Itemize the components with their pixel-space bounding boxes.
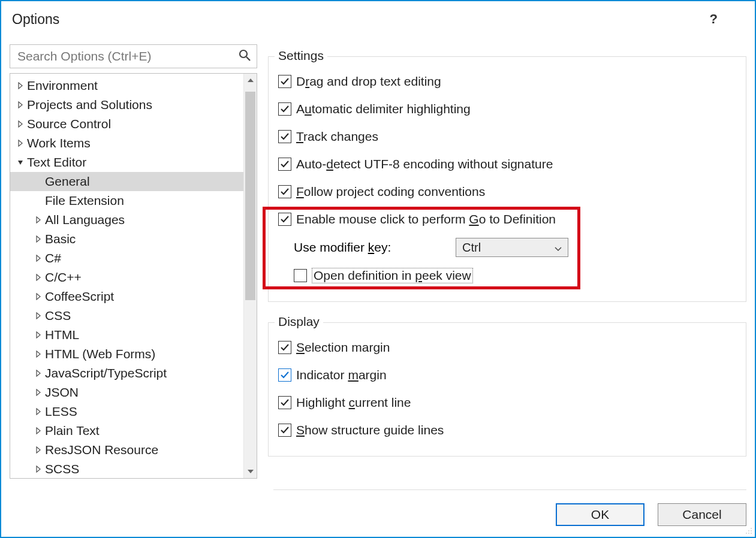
tree-item[interactable]: C# [10,249,243,268]
peek-row[interactable]: Open definition in peek view [278,262,736,289]
expander-closed-icon[interactable] [16,81,25,90]
expander-closed-icon[interactable] [34,465,43,473]
mouse-gtd-checkbox[interactable] [278,213,291,226]
highlight-line-label: Highlight current line [296,395,411,410]
expander-closed-icon[interactable] [16,139,25,147]
expander-closed-icon[interactable] [34,254,43,262]
mouse-gtd-row[interactable]: Enable mouse click to perform Go to Defi… [278,205,736,233]
tree-item-label: Work Items [27,136,91,150]
peek-checkbox[interactable] [294,269,307,282]
modifier-key-value: Ctrl [462,241,481,255]
search-input[interactable] [16,49,239,64]
tree-item-label: HTML [45,328,79,342]
tree-item[interactable]: Text Editor [10,153,243,172]
expander-closed-icon[interactable] [16,120,25,128]
structure-guides-row[interactable]: Show structure guide lines [278,416,736,444]
expander-closed-icon[interactable] [34,369,43,377]
titlebar: Options ? [1,1,755,37]
tree-item[interactable]: Basic [10,229,243,249]
tree-item[interactable]: SCSS [10,460,243,478]
settings-group: Settings Drag and drop text editing Auto… [268,56,746,302]
follow-conv-row[interactable]: Follow project coding conventions [278,178,736,205]
structure-guides-checkbox[interactable] [278,424,291,437]
search-box[interactable] [10,44,257,68]
tree-item[interactable]: Source Control [10,114,243,134]
expander-closed-icon[interactable] [34,331,43,339]
tree-item[interactable]: CoffeeScript [10,287,243,306]
auto-delim-checkbox[interactable] [278,102,291,116]
selection-margin-row[interactable]: Selection margin [278,334,736,361]
expander-closed-icon[interactable] [34,235,43,243]
highlight-line-checkbox[interactable] [278,396,291,409]
indicator-margin-row[interactable]: Indicator margin [278,361,736,389]
tree-item-label: Basic [45,232,76,246]
ok-button[interactable]: OK [556,503,644,526]
expander-closed-icon[interactable] [34,292,43,301]
drag-drop-checkbox[interactable] [278,75,291,88]
tree-item[interactable]: JSON [10,383,243,402]
tree-item[interactable]: JavaScript/TypeScript [10,364,243,383]
track-changes-checkbox[interactable] [278,130,291,143]
tree-item-label: Projects and Solutions [27,98,152,112]
options-tree: EnvironmentProjects and SolutionsSource … [10,73,257,479]
expander-closed-icon[interactable] [34,407,43,416]
tree-item[interactable]: LESS [10,402,243,421]
scroll-thumb[interactable] [245,92,255,300]
settings-group-title: Settings [275,49,327,63]
chevron-down-icon [555,241,562,255]
selection-margin-label: Selection margin [296,340,390,355]
tree-item-label: Plain Text [45,424,100,438]
svg-point-4 [751,530,752,531]
search-icon [239,49,251,64]
highlight-line-row[interactable]: Highlight current line [278,389,736,416]
scroll-down-icon[interactable] [244,465,257,478]
expander-closed-icon[interactable] [34,388,43,397]
resize-grip-icon[interactable] [744,526,752,534]
mouse-gtd-label: Enable mouse click to perform Go to Defi… [296,212,556,226]
tree-item[interactable]: Projects and Solutions [10,95,243,114]
tree-item[interactable]: Work Items [10,134,243,153]
tree-item[interactable]: File Extension [10,191,243,210]
expander-closed-icon[interactable] [34,273,43,282]
tree-item[interactable]: HTML (Web Forms) [10,344,243,364]
tree-body[interactable]: EnvironmentProjects and SolutionsSource … [10,74,243,478]
track-changes-row[interactable]: Track changes [278,123,736,150]
indicator-margin-checkbox[interactable] [278,368,291,382]
expander-closed-icon[interactable] [34,446,43,454]
tree-scrollbar[interactable] [243,74,257,478]
svg-point-5 [746,533,747,534]
tree-item[interactable]: ResJSON Resource [10,440,243,460]
help-button[interactable]: ? [710,11,718,27]
tree-item-label: Environment [27,78,98,93]
auto-utf8-row[interactable]: Auto-detect UTF-8 encoding without signa… [278,150,736,178]
modifier-key-row: Use modifier key: Ctrl [278,233,736,262]
expander-closed-icon[interactable] [16,101,25,109]
expander-closed-icon[interactable] [34,216,43,224]
window-title: Options [12,11,59,28]
expander-closed-icon[interactable] [34,427,43,435]
scroll-up-icon[interactable] [244,74,257,87]
drag-drop-row[interactable]: Drag and drop text editing [278,68,736,95]
tree-item[interactable]: General [10,172,243,191]
tree-item-label: HTML (Web Forms) [45,347,155,361]
tree-item[interactable]: Environment [10,76,243,95]
expander-closed-icon[interactable] [34,350,43,358]
selection-margin-checkbox[interactable] [278,341,291,354]
auto-utf8-checkbox[interactable] [278,158,291,171]
tree-item[interactable]: HTML [10,325,243,344]
auto-delim-row[interactable]: Automatic delimiter highlighting [278,95,736,123]
modifier-key-combo[interactable]: Ctrl [456,238,568,257]
tree-item-label: Source Control [27,117,111,131]
display-group: Display Selection margin Indicator margi… [268,322,746,457]
expander-open-icon[interactable] [16,158,25,167]
tree-item-label: SCSS [45,462,79,476]
tree-item[interactable]: CSS [10,306,243,325]
tree-item[interactable]: C/C++ [10,268,243,287]
tree-item[interactable]: Plain Text [10,421,243,440]
expander-closed-icon[interactable] [34,312,43,320]
tree-item-label: General [45,174,90,189]
follow-conv-checkbox[interactable] [278,185,291,198]
cancel-button[interactable]: Cancel [658,503,746,526]
tree-item-label: JavaScript/TypeScript [45,366,167,380]
tree-item[interactable]: All Languages [10,210,243,229]
